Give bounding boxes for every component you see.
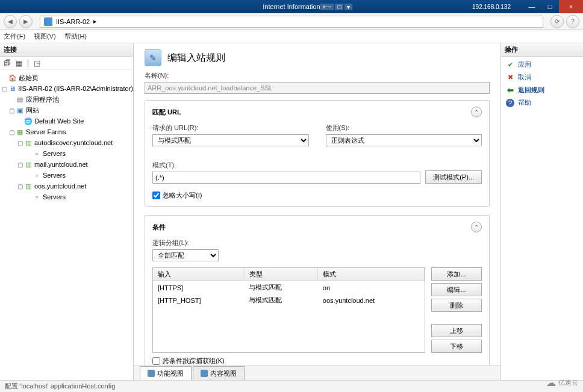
tree-farm-autodiscover-servers[interactable]: ▫Servers — [0, 148, 133, 159]
back-icon: ⬅ — [506, 86, 514, 95]
tree-farm-mail-servers[interactable]: ▫Servers — [0, 170, 133, 181]
content-icon — [201, 370, 208, 377]
cond-th-type: 类型 — [244, 268, 318, 281]
tree-sep: | — [27, 59, 29, 67]
page-title: 编辑入站规则 — [167, 52, 225, 64]
action-apply[interactable]: ✔应用 — [506, 60, 578, 69]
watermark-text: 亿速云 — [558, 378, 578, 387]
tree-server[interactable]: ▢🖥IIS-ARR-02 (IIS-ARR-02\Administrator) — [0, 83, 133, 94]
pattern-label: 模式(T): — [152, 161, 420, 170]
tree-apppools[interactable]: ▤应用程序池 — [0, 94, 133, 105]
address-bar[interactable]: IIS-ARR-02 ▸ — [40, 16, 543, 28]
content-area: 连接 🗐 ▦ | ◳ 🏠起始页 ▢🖥IIS-ARR-02 (IIS-ARR-02… — [0, 43, 583, 380]
tree-tool-1[interactable]: 🗐 — [4, 59, 11, 67]
table-row[interactable]: [HTTP_HOST]与模式匹配oos.yuntcloud.net — [153, 294, 425, 306]
menu-help[interactable]: 帮助(H) — [64, 32, 87, 41]
test-pattern-button[interactable]: 测试模式(P)... — [425, 170, 482, 184]
tree-tool-2[interactable]: ▦ — [16, 59, 22, 67]
using-label: 使用(S): — [326, 123, 482, 132]
main-panel: ✎ 编辑入站规则 名称(N): 匹配 URL ⌃ 请求的 URL(R): 与模式… — [134, 43, 501, 380]
view-tabs: 功能视图 内容视图 — [134, 366, 500, 380]
nav-help-button[interactable]: ? — [566, 15, 579, 28]
watermark-icon: ☁ — [546, 377, 556, 388]
conditions-table[interactable]: 输入 类型 模式 [HTTPS]与模式匹配on [HTTP_HOST]与模式匹配… — [152, 267, 425, 353]
window-title: Internet Information — [263, 3, 320, 10]
match-url-group: 匹配 URL ⌃ 请求的 URL(R): 与模式匹配 使用(S): 正则表达式 — [145, 100, 490, 207]
logic-select[interactable]: 全部匹配 — [152, 249, 219, 261]
nav-refresh-button[interactable]: ⟳ — [550, 15, 564, 28]
server-icon — [44, 17, 52, 26]
page-icon: ✎ — [145, 49, 161, 66]
track-capture-checkbox[interactable] — [152, 357, 160, 365]
window-ip: 192.168.0.132 — [472, 4, 511, 10]
titlebar: Internet Information ⟵ □ ▾ 192.168.0.132… — [0, 0, 583, 13]
tab-features[interactable]: 功能视图 — [140, 366, 192, 380]
apply-icon: ✔ — [506, 61, 514, 69]
cond-moveup-button[interactable]: 上移 — [431, 324, 482, 337]
ignore-case-label: 忽略大小写(I) — [163, 191, 202, 200]
match-collapse-button[interactable]: ⌃ — [471, 107, 482, 117]
maximize-button[interactable]: □ — [541, 0, 559, 13]
tree-farm-mail[interactable]: ▢▥mail.yuntcloud.net — [0, 159, 133, 170]
main-body: ✎ 编辑入站规则 名称(N): 匹配 URL ⌃ 请求的 URL(R): 与模式… — [134, 43, 500, 366]
tree-tool-3[interactable]: ◳ — [34, 59, 40, 67]
action-help[interactable]: ?帮助 — [506, 98, 578, 107]
pattern-input[interactable] — [152, 172, 420, 184]
actions-header: 操作 — [501, 43, 583, 57]
ignore-case-checkbox[interactable] — [152, 191, 160, 199]
menu-file[interactable]: 文件(F) — [4, 32, 25, 41]
cond-add-button[interactable]: 添加... — [431, 267, 482, 281]
connections-header: 连接 — [0, 43, 133, 57]
help-icon: ? — [506, 99, 514, 107]
tree-default-site[interactable]: 🌐Default Web Site — [0, 116, 133, 126]
title-mid-controls: ⟵ □ ▾ — [320, 4, 352, 10]
cond-th-pattern: 模式 — [318, 268, 425, 281]
close-button[interactable]: × — [559, 0, 583, 13]
tree-farm-oos[interactable]: ▢▥oos.yuntcloud.net — [0, 181, 133, 191]
menu-view[interactable]: 视图(V) — [34, 32, 56, 41]
tab-content[interactable]: 内容视图 — [193, 366, 245, 380]
tree-toolbar: 🗐 ▦ | ◳ — [0, 57, 133, 70]
status-bar: 配置:'localhost' applicationHost.config — [0, 380, 583, 392]
title-ctrl-3[interactable]: ▾ — [344, 4, 352, 10]
logic-label: 逻辑分组(L): — [152, 238, 482, 247]
tree-farm-oos-servers[interactable]: ▫Servers — [0, 191, 133, 202]
features-icon — [148, 370, 155, 377]
navbar: ◀ ▶ IIS-ARR-02 ▸ ⟳ ? — [0, 13, 583, 30]
track-capture-label: 跨条件跟踪捕获组(K) — [163, 356, 225, 366]
actions-panel: 操作 ✔应用 ✖取消 ⬅返回规则 ?帮助 — [501, 43, 583, 380]
minimize-button[interactable]: — — [523, 0, 541, 13]
action-cancel[interactable]: ✖取消 — [506, 73, 578, 82]
requested-url-select[interactable]: 与模式匹配 — [152, 134, 309, 146]
name-input — [145, 82, 490, 94]
conditions-title: 条件 — [152, 223, 166, 232]
using-select[interactable]: 正则表达式 — [326, 134, 482, 146]
nav-back-button[interactable]: ◀ — [4, 15, 17, 28]
cond-delete-button[interactable]: 删除 — [431, 299, 482, 312]
action-back[interactable]: ⬅返回规则 — [506, 86, 578, 95]
address-text: IIS-ARR-02 — [56, 18, 90, 25]
title-ctrl-2[interactable]: □ — [335, 4, 343, 10]
menubar: 文件(F) 视图(V) 帮助(H) — [0, 30, 583, 43]
tree-sites[interactable]: ▢▣网站 — [0, 105, 133, 116]
match-url-title: 匹配 URL — [152, 108, 181, 117]
cond-th-input: 输入 — [153, 268, 244, 281]
tree-start-page[interactable]: 🏠起始页 — [0, 72, 133, 83]
conditions-group: 条件 ⌃ 逻辑分组(L): 全部匹配 输入 类型 模式 — [145, 215, 490, 366]
nav-fwd-button[interactable]: ▶ — [19, 15, 33, 28]
tree-farm-autodiscover[interactable]: ▢▥autodiscover.yuntcloud.net — [0, 137, 133, 148]
status-text: 配置:'localhost' applicationHost.config — [5, 382, 115, 391]
cond-movedown-button[interactable]: 下移 — [431, 340, 482, 353]
cancel-icon: ✖ — [506, 73, 514, 82]
tree-server-farms[interactable]: ▢▦Server Farms — [0, 126, 133, 137]
name-label: 名称(N): — [145, 71, 490, 80]
table-row[interactable]: [HTTPS]与模式匹配on — [153, 281, 425, 294]
requested-url-label: 请求的 URL(R): — [152, 123, 309, 132]
connections-tree: 🏠起始页 ▢🖥IIS-ARR-02 (IIS-ARR-02\Administra… — [0, 70, 133, 380]
cond-edit-button[interactable]: 编辑... — [431, 283, 482, 296]
watermark: ☁ 亿速云 — [546, 377, 578, 388]
conditions-collapse-button[interactable]: ⌃ — [471, 222, 482, 232]
address-sep: ▸ — [93, 17, 97, 25]
title-ctrl-1[interactable]: ⟵ — [320, 4, 334, 10]
connections-panel: 连接 🗐 ▦ | ◳ 🏠起始页 ▢🖥IIS-ARR-02 (IIS-ARR-02… — [0, 43, 134, 380]
